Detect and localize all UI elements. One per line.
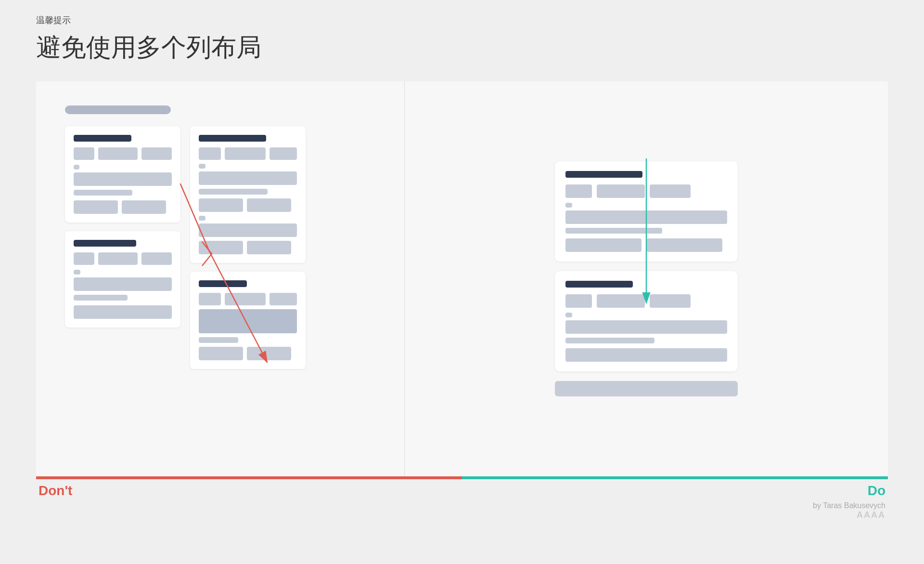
panel-right [405, 81, 888, 476]
do-label: Do [868, 483, 886, 498]
dont-card-2 [65, 231, 180, 328]
attribution: by Taras Bakusevych [36, 501, 886, 510]
tag-label: 温馨提示 [36, 14, 888, 26]
dont-bar [36, 476, 462, 479]
main-title: 避免使用多个列布局 [36, 31, 888, 65]
panel-left [36, 81, 405, 476]
dont-card-4 [190, 272, 306, 369]
bottom-bars [36, 476, 888, 479]
do-bar [462, 476, 888, 479]
labels-row: Don't Do [36, 483, 888, 498]
do-arrow [637, 158, 656, 313]
dont-card-3 [190, 126, 306, 263]
dont-card-1 [65, 126, 180, 223]
watermark: AAAA [36, 510, 886, 520]
dont-label: Don't [38, 483, 72, 498]
content-area [36, 81, 888, 476]
page-container: 温馨提示 避免使用多个列布局 [0, 0, 924, 564]
